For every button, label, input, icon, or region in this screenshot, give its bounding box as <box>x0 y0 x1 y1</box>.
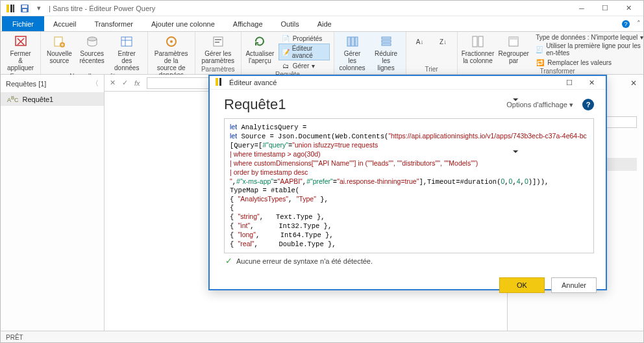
svg-rect-25 <box>382 44 391 45</box>
fx-label: fx <box>134 79 140 87</box>
ok-button[interactable]: OK <box>499 277 545 293</box>
chevron-left-icon[interactable]: 〈 <box>92 79 99 88</box>
new-source-button[interactable]: Nouvelle source <box>45 33 73 73</box>
enter-data-button[interactable]: Entrer des données <box>110 33 143 73</box>
svg-rect-5 <box>23 9 27 12</box>
group-parameters: Paramètres <box>199 66 238 74</box>
replace-values-button[interactable]: 🔁Remplacer les valeurs <box>533 57 644 68</box>
status-ready: PRÊT <box>6 334 23 341</box>
refresh-preview-button[interactable]: Actualiser l'aperçu <box>245 33 275 71</box>
svg-rect-32 <box>216 78 218 86</box>
advanced-editor-button[interactable]: 📝Éditeur avancé <box>279 44 330 60</box>
abc-icon: ABC <box>7 95 19 103</box>
svg-text:?: ? <box>624 21 627 27</box>
dialog-heading: Requête1 <box>224 96 286 113</box>
cancel-formula-icon[interactable]: ✕ <box>110 79 116 87</box>
queries-panel-header[interactable]: Requêtes [1]〈 <box>1 75 104 92</box>
groupby-button[interactable]: Regrouper par <box>498 33 529 68</box>
dropdown-icon[interactable]: ▾ <box>33 3 45 14</box>
svg-rect-18 <box>215 39 221 40</box>
tab-addcolumn[interactable]: Ajouter une colonne <box>142 16 224 31</box>
properties-button[interactable]: 📄Propriétés <box>279 33 330 44</box>
ribbon-collapse-icon[interactable]: ˄ <box>634 16 643 31</box>
svg-rect-1 <box>10 5 12 12</box>
syntax-status: Aucune erreur de syntaxe n'a été détecté… <box>236 257 373 265</box>
advanced-editor-dialog: Éditeur avancé ☐ ✕ Requête1 Options d'af… <box>208 75 607 290</box>
commit-formula-icon[interactable]: ✓ <box>122 79 128 87</box>
svg-rect-19 <box>215 42 219 43</box>
app-icon <box>215 77 225 88</box>
maximize-button[interactable]: ☐ <box>594 1 616 16</box>
first-row-headers-button[interactable]: 🧾Utiliser la première ligne pour les en-… <box>533 42 644 57</box>
manage-columns-button[interactable]: Gérer les colonnes <box>338 33 367 73</box>
minimize-button[interactable]: ─ <box>571 1 593 16</box>
window-title: | Sans titre - Éditeur Power Query <box>49 5 155 12</box>
tab-file[interactable]: Fichier <box>2 16 44 31</box>
svg-rect-23 <box>382 37 391 39</box>
tab-tools[interactable]: Outils <box>272 16 308 31</box>
group-sort: Trier <box>410 66 453 74</box>
save-icon[interactable] <box>19 3 31 14</box>
svg-rect-29 <box>509 37 518 40</box>
tab-help[interactable]: Aide <box>308 16 341 31</box>
data-type-button[interactable]: Type de données : N'importe lequel ▾ <box>533 33 644 42</box>
reduce-rows-button[interactable]: Réduire les lignes <box>371 33 402 73</box>
help-icon[interactable]: ? <box>582 99 594 110</box>
cancel-button[interactable]: Annuler <box>551 277 597 293</box>
split-column-button[interactable]: Fractionner la colonne <box>462 33 495 68</box>
dialog-maximize-button[interactable]: ☐ <box>560 76 578 89</box>
svg-rect-12 <box>121 37 132 46</box>
close-button[interactable]: ✕ <box>617 1 639 16</box>
svg-point-16 <box>170 40 173 43</box>
manage-parameters-button[interactable]: Gérer les paramètres <box>199 33 238 66</box>
code-editor[interactable]: let AnalyticsQuery = let Source = Json.D… <box>224 118 594 253</box>
ribbon-help-icon[interactable]: ? <box>617 16 634 31</box>
check-icon: ✓ <box>225 256 232 266</box>
svg-rect-0 <box>6 5 9 12</box>
tab-view[interactable]: Affichage <box>224 16 272 31</box>
datasource-settings-button[interactable]: Paramètres de la source de données <box>152 33 191 80</box>
svg-point-11 <box>88 37 97 41</box>
tab-home[interactable]: Accueil <box>44 16 85 31</box>
dialog-close-button[interactable]: ✕ <box>582 76 601 89</box>
sort-desc-button[interactable]: Z↓ <box>434 33 453 66</box>
svg-rect-21 <box>351 37 354 46</box>
svg-rect-2 <box>13 5 14 12</box>
svg-rect-22 <box>355 37 358 46</box>
query-list-item[interactable]: ABC Requête1 <box>1 92 104 106</box>
tab-transform[interactable]: Transformer <box>85 16 142 31</box>
recent-sources-button[interactable]: Sources récentes <box>78 33 106 73</box>
sort-asc-button[interactable]: A↓ <box>410 33 430 66</box>
close-panel-icon[interactable]: ✕ <box>630 79 637 88</box>
display-options-button[interactable]: Options d'affichage ▾ <box>506 101 573 109</box>
svg-rect-4 <box>22 5 27 8</box>
close-apply-button[interactable]: Fermer & appliquer <box>5 33 36 73</box>
manage-button[interactable]: 🗂Gérer ▾ <box>279 60 330 71</box>
svg-rect-20 <box>347 37 351 46</box>
app-icon <box>5 3 16 14</box>
dialog-title: Éditeur avancé <box>229 79 277 86</box>
svg-rect-26 <box>473 36 477 47</box>
svg-rect-33 <box>219 78 221 86</box>
svg-rect-27 <box>478 36 483 47</box>
svg-rect-24 <box>382 40 391 42</box>
